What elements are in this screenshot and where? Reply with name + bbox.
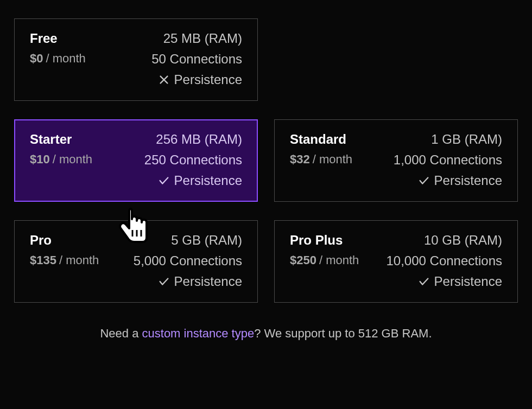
plan-ram: 256 MB (RAM) (156, 132, 242, 147)
plan-name: Pro Plus (290, 233, 359, 248)
plan-persistence: Persistence (158, 173, 242, 188)
check-icon (418, 175, 430, 187)
plan-connections: 5,000 Connections (134, 253, 242, 269)
plan-left: Pro Plus $250 / month (290, 233, 359, 267)
plan-price-row: $135 / month (30, 253, 99, 267)
plan-card-pro-plus[interactable]: Pro Plus $250 / month 10 GB (RAM) 10,000… (274, 220, 518, 303)
plan-period: / month (313, 152, 352, 167)
plan-persistence: Persistence (158, 274, 242, 289)
persistence-label: Persistence (434, 173, 502, 188)
plan-card-starter[interactable]: Starter $10 / month 256 MB (RAM) 250 Con… (14, 119, 258, 202)
plan-right: 25 MB (RAM) 50 Connections Persistence (151, 31, 242, 87)
plan-period: / month (46, 52, 85, 66)
plan-right: 5 GB (RAM) 5,000 Connections Persistence (134, 233, 242, 289)
plan-left: Free $0 / month (30, 31, 86, 66)
plan-period: / month (319, 253, 359, 267)
plan-card-pro[interactable]: Pro $135 / month 5 GB (RAM) 5,000 Connec… (14, 220, 258, 303)
plan-connections: 50 Connections (151, 52, 242, 67)
custom-instance-link[interactable]: custom instance type (142, 327, 255, 340)
plan-ram: 25 MB (RAM) (163, 31, 242, 46)
plan-connections: 1,000 Connections (394, 152, 502, 168)
plan-name: Standard (290, 132, 352, 147)
plan-grid: Free $0 / month 25 MB (RAM) 50 Connectio… (14, 18, 518, 303)
footer-prefix: Need a (100, 327, 142, 340)
cross-icon (158, 74, 170, 86)
plan-price: $135 (30, 253, 56, 267)
plan-connections: 250 Connections (144, 152, 242, 168)
footer-text: Need a custom instance type? We support … (14, 327, 518, 341)
plan-right: 10 GB (RAM) 10,000 Connections Persisten… (387, 233, 503, 289)
plan-price-row: $32 / month (290, 152, 352, 167)
persistence-label: Persistence (174, 274, 242, 289)
plan-name: Starter (30, 132, 92, 147)
plan-left: Starter $10 / month (30, 132, 92, 167)
plan-ram: 10 GB (RAM) (424, 233, 502, 248)
footer-suffix: ? We support up to 512 GB RAM. (254, 327, 432, 340)
plan-card-free[interactable]: Free $0 / month 25 MB (RAM) 50 Connectio… (14, 18, 258, 101)
plan-persistence: Persistence (158, 72, 242, 87)
plan-persistence: Persistence (418, 274, 502, 289)
persistence-label: Persistence (434, 274, 502, 289)
plan-right: 256 MB (RAM) 250 Connections Persistence (144, 132, 242, 188)
plan-ram: 5 GB (RAM) (171, 233, 242, 248)
plan-price: $10 (30, 152, 50, 167)
plan-name: Pro (30, 233, 99, 248)
plan-left: Pro $135 / month (30, 233, 99, 267)
plan-price: $250 (290, 253, 316, 267)
plan-connections: 10,000 Connections (387, 253, 503, 269)
plan-price-row: $250 / month (290, 253, 359, 267)
check-icon (158, 175, 170, 187)
plan-persistence: Persistence (418, 173, 502, 188)
plan-period: / month (53, 152, 92, 167)
check-icon (158, 276, 170, 287)
plan-card-standard[interactable]: Standard $32 / month 1 GB (RAM) 1,000 Co… (274, 119, 518, 202)
plan-price-row: $0 / month (30, 52, 86, 66)
plan-right: 1 GB (RAM) 1,000 Connections Persistence (394, 132, 502, 188)
plan-price: $32 (290, 152, 310, 167)
plan-name: Free (30, 31, 86, 46)
plan-price: $0 (30, 52, 43, 66)
plan-price-row: $10 / month (30, 152, 92, 167)
plan-left: Standard $32 / month (290, 132, 352, 167)
check-icon (418, 276, 430, 287)
plan-ram: 1 GB (RAM) (431, 132, 502, 147)
plan-period: / month (59, 253, 99, 267)
persistence-label: Persistence (174, 72, 242, 87)
persistence-label: Persistence (174, 173, 242, 188)
